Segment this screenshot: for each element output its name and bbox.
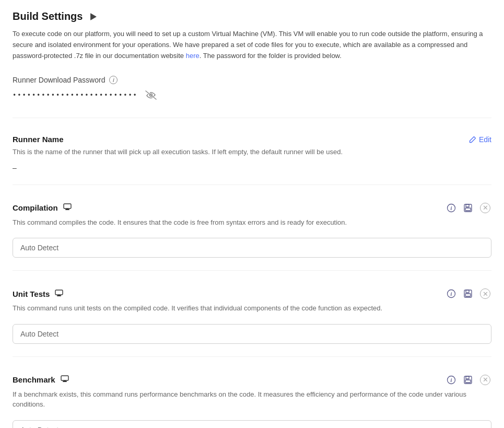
unit-tests-remove-button[interactable]: ✕ [479,287,491,300]
runner-name-actions: Edit [469,135,491,144]
runner-name-value: – [13,164,17,172]
benchmark-description: If a benchmark exists, this command runs… [13,389,491,410]
benchmark-info-button[interactable]: i [446,374,457,386]
svg-rect-25 [465,380,471,383]
compilation-x-icon: ✕ [480,203,490,213]
compilation-remove-button[interactable]: ✕ [479,202,491,214]
svg-rect-20 [64,380,66,381]
unit-tests-runner-icon [54,288,64,299]
compilation-info-button[interactable]: i [446,202,457,214]
benchmark-section: Benchmark i [13,374,491,428]
runner-name-title-group: Runner Name [13,135,64,144]
compilation-section: Compilation i [13,202,491,271]
benchmark-actions: i ✕ [446,374,491,386]
runner-name-title: Runner Name [13,135,64,144]
unit-tests-actions: i ✕ [446,287,491,300]
runner-name-header: Runner Name Edit [13,135,491,144]
compilation-runner-icon [62,202,73,213]
svg-rect-24 [466,376,469,379]
compilation-input[interactable] [13,238,491,258]
svg-rect-8 [466,204,469,207]
svg-text:i: i [451,377,452,383]
benchmark-input[interactable] [13,420,491,428]
page-title: Build Settings [13,10,83,22]
compilation-header: Compilation i [13,202,491,214]
unit-tests-x-icon: ✕ [480,288,490,299]
password-info-icon[interactable]: i [109,76,118,84]
svg-rect-10 [55,290,63,295]
runner-name-edit-button[interactable]: Edit [469,135,491,144]
runner-password-section: Runner Download Password i •••••••••••••… [13,76,491,118]
svg-rect-9 [465,208,471,211]
svg-rect-16 [466,290,469,293]
compilation-title: Compilation [13,203,58,212]
unit-tests-header: Unit Tests i [13,287,491,300]
page-description: To execute code on our platform, you wil… [13,29,491,61]
benchmark-x-icon: ✕ [480,375,490,385]
svg-rect-12 [58,295,60,296]
svg-rect-18 [61,376,68,380]
unit-tests-title-group: Unit Tests [13,288,64,299]
svg-rect-2 [64,204,71,209]
password-label: Runner Download Password [13,76,105,84]
unit-tests-info-button[interactable]: i [446,288,457,299]
unit-tests-description: This command runs unit tests on the comp… [13,303,491,314]
page-header: Build Settings [13,10,491,22]
unit-tests-title: Unit Tests [13,290,50,298]
toggle-password-button[interactable] [144,89,158,101]
benchmark-save-button[interactable] [462,374,474,386]
runner-name-section: Runner Name Edit This is the name of the… [13,135,491,185]
password-row: •••••••••••••••••••••••••• [13,89,491,101]
compilation-title-group: Compilation [13,202,73,213]
runner-name-description: This is the name of the runner that will… [13,147,491,157]
unit-tests-save-button[interactable] [462,288,474,299]
unit-tests-section: Unit Tests i [13,287,491,357]
benchmark-title-group: Benchmark [13,374,70,385]
benchmark-header: Benchmark i [13,374,491,386]
benchmark-runner-icon [60,374,70,385]
compilation-description: This command compiles the code. It ensur… [13,217,491,228]
compilation-actions: i ✕ [446,202,491,214]
password-masked-value: •••••••••••••••••••••••••• [13,91,138,99]
svg-marker-0 [91,13,97,19]
svg-text:i: i [451,205,452,211]
benchmark-remove-button[interactable]: ✕ [479,374,491,386]
run-button[interactable] [88,11,98,22]
svg-rect-17 [465,294,471,296]
svg-text:i: i [451,291,452,297]
documentation-link[interactable]: here [186,52,200,60]
unit-tests-input[interactable] [13,324,491,344]
svg-rect-4 [66,209,68,210]
benchmark-title: Benchmark [13,375,55,384]
password-label-row: Runner Download Password i [13,76,491,84]
compilation-save-button[interactable] [462,202,474,214]
